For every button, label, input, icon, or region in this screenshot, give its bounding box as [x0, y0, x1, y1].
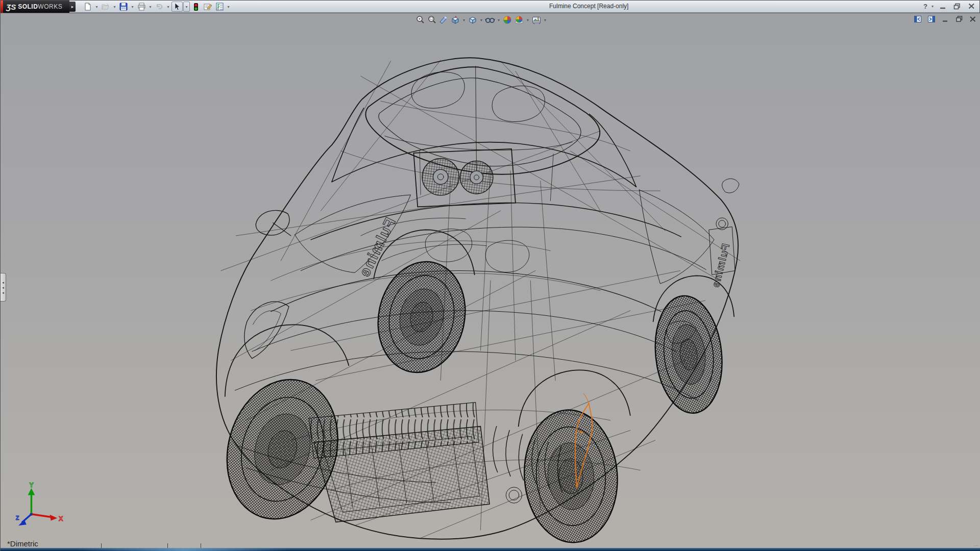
undo-button[interactable] — [154, 2, 165, 12]
print-button[interactable] — [136, 2, 147, 12]
previous-pane-button[interactable] — [913, 15, 922, 23]
car-wireframe-model[interactable]: Fulmine Fulmine — [211, 58, 740, 545]
edit-note-button[interactable] — [202, 2, 213, 12]
solidworks-window: ƷS SOLIDWORKS ▸ ▾ ▾ ▾ ▾ ▾ — [0, 0, 980, 551]
select-dropdown-icon[interactable]: ▾ — [183, 2, 190, 12]
titlebar: ƷS SOLIDWORKS ▸ ▾ ▾ ▾ ▾ ▾ — [1, 1, 979, 13]
wheel-rear-left — [368, 254, 475, 381]
roof-outline — [365, 67, 600, 174]
help-button[interactable]: ? — [920, 2, 930, 11]
solidworks-logo: ƷS SOLIDWORKS — [3, 1, 69, 13]
restore-button[interactable] — [952, 2, 962, 11]
model-logo-right: Fulmine — [709, 227, 735, 289]
logo-brand-light: WORKS — [38, 3, 62, 10]
apply-scene-dropdown-icon[interactable]: ▾ — [526, 18, 530, 22]
options-dropdown-icon[interactable]: ▾ — [226, 2, 231, 12]
traffic-light-icon[interactable] — [190, 2, 202, 12]
open-document-button[interactable] — [100, 2, 111, 12]
svg-text:Fulmine: Fulmine — [355, 215, 399, 280]
document-window-controls — [913, 15, 977, 23]
collapse-arrow-icon: ◂ — [2, 286, 4, 289]
restore-document-button[interactable] — [954, 15, 964, 23]
close-document-button[interactable] — [968, 15, 977, 23]
hide-show-items-button[interactable] — [485, 15, 495, 25]
next-pane-button[interactable] — [927, 15, 936, 23]
edit-appearance-button[interactable] — [502, 15, 512, 25]
taskbar-edge — [1, 548, 980, 551]
window-controls: ? ▾ — [920, 2, 976, 11]
options-checklist-button[interactable] — [214, 2, 225, 12]
open-dropdown-icon[interactable]: ▾ — [112, 2, 117, 12]
feature-panel-collapse-tab[interactable]: ◂ ◂ ◂ — [1, 273, 6, 302]
view-orientation-button[interactable] — [450, 15, 460, 25]
zoom-to-fit-button[interactable] — [415, 15, 425, 25]
apply-scene-button[interactable] — [514, 15, 524, 25]
new-document-button[interactable] — [82, 2, 93, 12]
print-dropdown-icon[interactable]: ▾ — [148, 2, 153, 12]
view-orientation-label: *Dimetric — [7, 539, 38, 548]
menu-flyout-arrow-icon[interactable]: ▸ — [69, 2, 76, 12]
logo-mark-icon: ƷS — [6, 3, 16, 11]
minimize-button[interactable] — [938, 2, 948, 11]
cowl-speaker-discs — [413, 149, 515, 207]
undo-dropdown-icon[interactable]: ▾ — [165, 2, 171, 12]
view-settings-button[interactable] — [531, 15, 542, 25]
collapse-arrow-icon: ◂ — [2, 291, 4, 294]
view-orientation-dropdown-icon[interactable]: ▾ — [462, 18, 466, 22]
zoom-to-area-button[interactable] — [427, 15, 437, 25]
svg-text:Y: Y — [29, 481, 34, 489]
wheel-front-right — [520, 407, 622, 545]
select-tool-button[interactable] — [172, 2, 183, 12]
svg-text:Fulmine: Fulmine — [709, 242, 731, 289]
right-mirror — [722, 179, 739, 193]
section-view-button[interactable] — [438, 15, 449, 25]
minimize-document-button[interactable] — [941, 15, 950, 23]
graphics-viewport[interactable]: Fulmine Fulmine Y X — [1, 13, 980, 551]
heads-up-view-toolbar: ▾ ▾ ▾ ▾ ▾ — [415, 15, 547, 25]
display-style-button[interactable] — [468, 15, 478, 25]
standard-toolbar: ▾ ▾ ▾ ▾ ▾ ▾ — [82, 1, 231, 12]
view-settings-dropdown-icon[interactable]: ▾ — [543, 18, 547, 22]
model-scene[interactable]: Fulmine Fulmine Y X — [1, 13, 980, 551]
svg-text:X: X — [59, 515, 63, 522]
save-button[interactable] — [118, 2, 129, 12]
help-dropdown-icon[interactable]: ▾ — [932, 4, 934, 9]
new-dropdown-icon[interactable]: ▾ — [94, 2, 100, 12]
close-button[interactable] — [966, 2, 976, 11]
collapse-arrow-icon: ◂ — [2, 281, 4, 284]
wheel-rear-right — [650, 292, 727, 416]
model-logo-left: Fulmine — [355, 215, 399, 280]
resize-grip-icon[interactable]: ... — [973, 542, 979, 547]
reference-triad: Y X Z — [16, 481, 63, 525]
document-title: Fulmine Concept [Read-only] — [549, 3, 628, 10]
logo-brand-bold: SOLID — [18, 3, 38, 10]
svg-text:Z: Z — [16, 515, 19, 521]
display-style-dropdown-icon[interactable]: ▾ — [479, 18, 483, 22]
hide-show-dropdown-icon[interactable]: ▾ — [497, 18, 501, 22]
save-dropdown-icon[interactable]: ▾ — [130, 2, 135, 12]
sunroof-cutout — [492, 86, 545, 121]
